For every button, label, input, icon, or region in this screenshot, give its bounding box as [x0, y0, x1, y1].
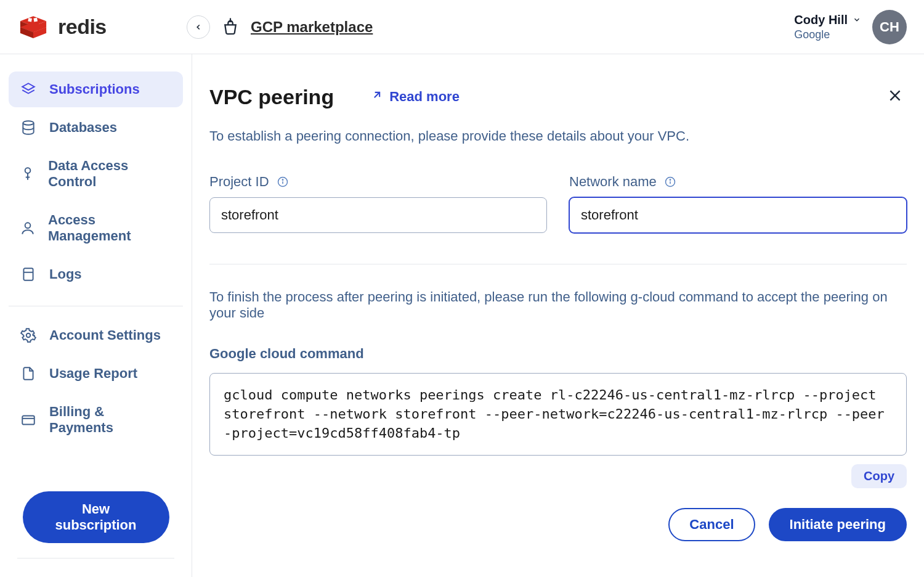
- read-more-link[interactable]: Read more: [371, 89, 460, 105]
- card-icon: [20, 412, 37, 428]
- redis-cube-icon: [17, 11, 49, 43]
- database-icon: [20, 120, 37, 136]
- nav-group-primary: Subscriptions Databases Data Access Cont…: [0, 72, 192, 295]
- user-name: Cody Hill: [794, 12, 848, 28]
- title-row: VPC peering Read more: [209, 84, 907, 110]
- svg-point-19: [282, 179, 283, 180]
- sidebar-item-label: Subscriptions: [49, 81, 140, 97]
- sidebar-item-label: Billing & Payments: [49, 404, 172, 436]
- read-more-label: Read more: [389, 89, 460, 105]
- copy-button[interactable]: Copy: [851, 464, 907, 488]
- network-name-field: Network name: [569, 174, 907, 233]
- layers-icon: [20, 81, 37, 97]
- network-name-label: Network name: [569, 174, 657, 190]
- sidebar-item-data-access[interactable]: Data Access Control: [9, 148, 183, 200]
- sidebar-item-label: Account Settings: [49, 327, 161, 343]
- sidebar-item-account-settings[interactable]: Account Settings: [9, 317, 183, 353]
- logo-text: redis: [58, 15, 107, 39]
- user-org: Google: [794, 28, 861, 42]
- svg-rect-7: [33, 17, 38, 22]
- key-icon: [20, 166, 36, 182]
- user-icon: [20, 220, 36, 236]
- new-subscription-button[interactable]: New subscription: [23, 491, 169, 543]
- sidebar-item-label: Data Access Control: [48, 158, 172, 190]
- external-link-icon: [371, 89, 383, 105]
- page-description: To establish a peering connection, pleas…: [209, 128, 907, 144]
- network-name-input[interactable]: [569, 197, 907, 233]
- svg-point-9: [23, 121, 33, 125]
- sidebar-item-usage-report[interactable]: Usage Report: [9, 356, 183, 391]
- svg-marker-8: [22, 83, 34, 90]
- logs-icon: [20, 266, 37, 282]
- info-icon[interactable]: [277, 176, 289, 188]
- section-divider: [209, 264, 907, 264]
- avatar[interactable]: CH: [872, 10, 907, 44]
- main: VPC peering Read more To establish a pee…: [192, 54, 924, 577]
- header: redis GCP marketplace Cody Hill Google C…: [0, 0, 924, 54]
- sidebar-item-subscriptions[interactable]: Subscriptions: [9, 72, 183, 107]
- project-id-label: Project ID: [209, 174, 269, 190]
- sidebar-divider-bottom: [17, 558, 174, 559]
- svg-rect-6: [28, 17, 32, 22]
- back-button[interactable]: [187, 15, 210, 39]
- breadcrumb: GCP marketplace: [187, 15, 794, 39]
- shell: Subscriptions Databases Data Access Cont…: [0, 54, 924, 577]
- logo[interactable]: redis: [17, 11, 187, 43]
- sidebar-item-billing[interactable]: Billing & Payments: [9, 394, 183, 446]
- form-row: Project ID Network name: [209, 174, 907, 233]
- user-menu[interactable]: Cody Hill Google CH: [794, 10, 907, 44]
- sidebar: Subscriptions Databases Data Access Cont…: [0, 54, 192, 577]
- chevron-down-icon: [853, 12, 861, 28]
- page-title: VPC peering: [209, 85, 334, 109]
- sidebar-item-logs[interactable]: Logs: [9, 256, 183, 292]
- finish-instruction: To finish the process after peering is i…: [209, 289, 907, 321]
- gear-icon: [20, 327, 37, 343]
- svg-rect-12: [23, 268, 33, 280]
- svg-point-22: [670, 179, 670, 180]
- svg-point-13: [26, 334, 31, 338]
- sidebar-item-label: Access Management: [48, 212, 172, 244]
- svg-rect-14: [22, 416, 34, 425]
- report-icon: [20, 366, 37, 382]
- breadcrumb-link[interactable]: GCP marketplace: [251, 18, 373, 36]
- project-id-field: Project ID: [209, 174, 547, 233]
- action-row: Cancel Initiate peering: [209, 508, 907, 541]
- svg-point-11: [25, 223, 31, 228]
- sidebar-item-label: Logs: [49, 266, 82, 282]
- sidebar-footer: New subscription: [0, 491, 192, 577]
- sidebar-item-databases[interactable]: Databases: [9, 110, 183, 145]
- svg-point-10: [25, 168, 31, 173]
- user-text: Cody Hill Google: [794, 12, 861, 42]
- close-button[interactable]: [883, 84, 907, 110]
- nav-group-secondary: Account Settings Usage Report Billing & …: [0, 317, 192, 448]
- sidebar-item-label: Databases: [49, 120, 117, 136]
- info-icon[interactable]: [664, 176, 676, 188]
- sidebar-item-label: Usage Report: [49, 366, 137, 382]
- cancel-button[interactable]: Cancel: [668, 508, 755, 541]
- initiate-peering-button[interactable]: Initiate peering: [769, 508, 907, 541]
- nav-divider: [9, 306, 183, 306]
- sidebar-item-access-mgmt[interactable]: Access Management: [9, 202, 183, 254]
- project-id-input[interactable]: [209, 197, 547, 233]
- command-label: Google cloud command: [209, 346, 907, 362]
- marketplace-icon: [221, 18, 240, 36]
- command-box[interactable]: gcloud compute networks peerings create …: [209, 373, 907, 456]
